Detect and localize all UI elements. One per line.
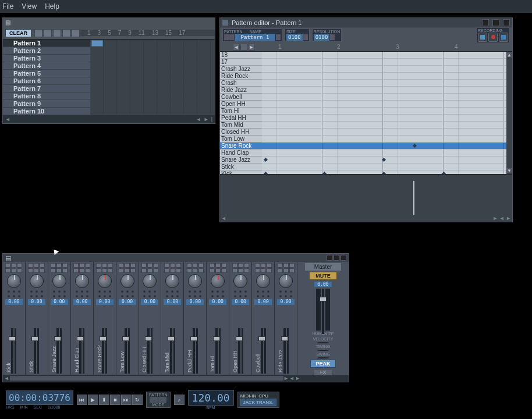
pan-knob[interactable]	[165, 274, 179, 288]
pattern-row[interactable]: Pattern 3	[3, 55, 215, 62]
loop-button[interactable]: ↻	[132, 395, 143, 405]
strip-button[interactable]	[198, 268, 204, 273]
track-name[interactable]: Closed HH	[220, 129, 262, 136]
track-row[interactable]	[262, 66, 512, 73]
strip-button[interactable]	[17, 263, 22, 268]
mixer-max-button[interactable]	[334, 255, 339, 261]
pan-knob[interactable]	[143, 274, 157, 288]
pan-knob[interactable]	[30, 274, 44, 288]
menu-help[interactable]: Help	[45, 2, 59, 10]
fader[interactable]	[193, 328, 195, 374]
fader[interactable]	[11, 328, 13, 374]
track-row[interactable]	[262, 80, 512, 87]
strip-button[interactable]	[5, 263, 10, 268]
strip-button[interactable]	[221, 268, 226, 273]
fader[interactable]	[261, 328, 263, 374]
track-name[interactable]: Open HH	[220, 101, 262, 108]
track-row[interactable]	[262, 136, 512, 143]
mode-song[interactable]	[150, 397, 158, 403]
size-field[interactable]: 0100	[286, 34, 303, 41]
move-up-button[interactable]	[53, 29, 61, 37]
hear-notes-button[interactable]	[478, 33, 487, 42]
draw-mode-button[interactable]	[72, 29, 80, 37]
track-name[interactable]: Cowbell	[220, 94, 262, 101]
fader[interactable]	[170, 328, 172, 374]
play-button[interactable]: ▶	[88, 395, 98, 405]
strip-button[interactable]	[125, 263, 130, 268]
menu-view[interactable]: View	[22, 2, 37, 10]
strip-button[interactable]	[102, 263, 107, 268]
strip-button[interactable]	[255, 268, 260, 273]
note[interactable]	[413, 144, 417, 148]
track-row[interactable]	[262, 164, 512, 171]
track-row[interactable]	[262, 52, 512, 59]
pe-zoom-in[interactable]: ►	[248, 44, 255, 51]
new-pattern-button[interactable]	[34, 29, 42, 37]
mixer-min-button[interactable]	[327, 255, 332, 261]
record-button[interactable]	[488, 33, 498, 42]
pattern-cells[interactable]	[90, 40, 215, 47]
strip-button[interactable]	[125, 268, 130, 273]
pan-knob[interactable]	[211, 274, 225, 288]
pattern-block[interactable]	[91, 40, 103, 47]
fader[interactable]	[79, 328, 81, 374]
track-row[interactable]	[262, 94, 512, 101]
strip-button[interactable]	[79, 268, 84, 273]
strip-button[interactable]	[108, 268, 113, 273]
strip-button[interactable]	[278, 263, 283, 268]
pattern-cells[interactable]	[90, 70, 215, 77]
strip-button[interactable]	[193, 268, 198, 273]
track-row[interactable]	[262, 73, 512, 80]
strip-button[interactable]	[11, 263, 16, 268]
strip-button[interactable]	[232, 268, 237, 273]
strip-button[interactable]	[119, 263, 124, 268]
strip-button[interactable]	[170, 263, 175, 268]
strip-button[interactable]	[261, 268, 266, 273]
strip-button[interactable]	[176, 263, 181, 268]
pan-knob[interactable]	[120, 274, 134, 288]
strip-button[interactable]	[40, 268, 45, 273]
pattern-editor-titlebar[interactable]: Pattern editor - Pattern 1	[220, 18, 512, 27]
strip-button[interactable]	[56, 268, 62, 273]
strip-button[interactable]	[96, 268, 101, 273]
strip-button[interactable]	[193, 263, 198, 268]
pan-knob[interactable]	[98, 274, 112, 288]
stop-button[interactable]: ■	[110, 395, 120, 405]
pattern-cells[interactable]	[90, 77, 215, 84]
next-pattern-button[interactable]	[229, 34, 234, 40]
pattern-cells[interactable]	[90, 108, 215, 115]
track-name[interactable]: Tom Low	[220, 136, 262, 143]
pattern-cells[interactable]	[90, 47, 215, 54]
strip-button[interactable]	[198, 263, 204, 268]
resolution-field[interactable]: 0100	[314, 34, 330, 41]
track-name[interactable]: 18	[220, 52, 262, 59]
pan-knob[interactable]	[256, 274, 270, 288]
pattern-row[interactable]: Pattern 8	[3, 93, 215, 100]
strip-button[interactable]	[73, 268, 79, 273]
strip-button[interactable]	[40, 263, 45, 268]
velocity-editor[interactable]	[220, 174, 512, 215]
strip-button[interactable]	[85, 268, 90, 273]
track-row[interactable]	[262, 157, 512, 164]
pe-hscrollbar[interactable]: ◄► ◄ ►	[220, 215, 512, 222]
strip-button[interactable]	[267, 263, 272, 268]
jack-transport-button[interactable]: JACK TRANS.	[240, 399, 276, 406]
velocity-bar[interactable]	[413, 181, 414, 215]
strip-button[interactable]	[255, 263, 260, 268]
strip-button[interactable]	[215, 268, 221, 273]
strip-button[interactable]	[210, 263, 215, 268]
pan-knob[interactable]	[233, 274, 247, 288]
track-row[interactable]	[262, 108, 512, 115]
strip-button[interactable]	[141, 268, 147, 273]
track-name[interactable]: Ride Jazz	[220, 87, 262, 94]
pattern-row[interactable]: Pattern 7	[3, 85, 215, 93]
fader[interactable]	[215, 328, 218, 374]
strip-button[interactable]	[51, 263, 56, 268]
strip-button[interactable]	[267, 268, 272, 273]
track-row[interactable]	[262, 129, 512, 136]
pattern-cells[interactable]	[90, 62, 215, 69]
strip-button[interactable]	[289, 268, 295, 273]
menu-file[interactable]: File	[2, 2, 13, 10]
strip-button[interactable]	[244, 263, 249, 268]
pause-button[interactable]: ⏸	[99, 395, 109, 405]
